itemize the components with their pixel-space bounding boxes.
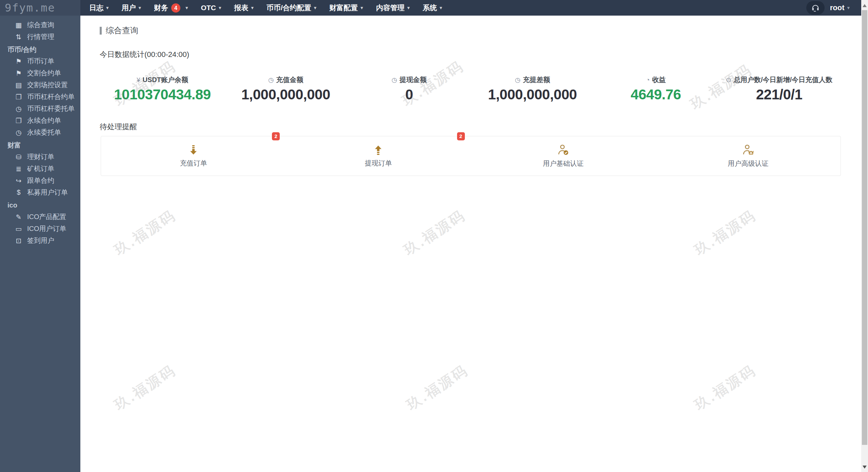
sidebar-section-ico: ico (0, 199, 80, 211)
watermark: 玖.福源码 (691, 206, 760, 259)
sidebar-item-delivery-control[interactable]: ▤ 交割场控设置 (0, 79, 80, 91)
nav-item-contract-config[interactable]: 币币/合约配置 ▾ (267, 3, 316, 13)
stat-usdt-balance: ¥USDT账户余额 1010370434.89 (101, 75, 224, 103)
sidebar-item-ico-orders[interactable]: ▭ ICO用户订单 (0, 223, 80, 235)
nav-item-system[interactable]: 系统 ▾ (422, 3, 442, 13)
chevron-down-icon: ▾ (251, 5, 254, 11)
sidebar-item-private-orders[interactable]: $ 私募用户订单 (0, 186, 80, 198)
sidebar-item-spot-orders[interactable]: ⚑ 币币订单 (0, 55, 80, 67)
nav-item-users[interactable]: 用户 ▾ (122, 3, 141, 13)
vertical-scrollbar[interactable] (861, 0, 868, 472)
nav-label: 财富配置 (329, 3, 358, 13)
sidebar-item-label: 币币杠杆委托单 (27, 104, 75, 113)
sidebar-item-market-mgmt[interactable]: ⇅ 行情管理 (0, 31, 80, 43)
chevron-down-icon: ▾ (360, 5, 363, 11)
stat-label: 提现金额 (399, 76, 427, 83)
stat-label: 充值金额 (276, 76, 303, 83)
sidebar-item-label: 签到用户 (27, 236, 54, 245)
sidebar-item-label: 矿机订单 (27, 164, 54, 173)
stat-value: 4649.76 (594, 86, 717, 103)
sidebar-item-copy-trading[interactable]: ↪ 跟单合约 (0, 175, 80, 186)
stat-label: USDT账户余额 (142, 76, 188, 83)
watermark: 玖.福源码 (111, 361, 179, 414)
withdraw-count-badge: 2 (457, 132, 465, 140)
sidebar-item-label: ICO产品配置 (27, 212, 66, 221)
scrollbar-thumb[interactable] (862, 10, 867, 445)
chevron-down-icon: ▾ (847, 5, 850, 11)
sidebar-item-signin-users[interactable]: ⊡ 签到用户 (0, 235, 80, 247)
pending-item-user-basic-verify[interactable]: 用户基础认证 (471, 136, 656, 176)
user-name: root (830, 3, 845, 12)
chevron-down-icon: ▾ (219, 5, 221, 11)
sidebar-item-delivery-contracts[interactable]: ⚑ 交割合约单 (0, 67, 80, 79)
pending-item-label: 用户基础认证 (543, 159, 584, 168)
sidebar-item-label: 币币订单 (27, 57, 54, 66)
stat-deposit-amount: ◷充值金额 1,000,000,000 (224, 75, 348, 103)
copy-icon: ❐ (14, 93, 24, 101)
nav-label: OTC (201, 4, 216, 12)
sidebar-item-perpetual-entrust[interactable]: ◷ 永续委托单 (0, 126, 80, 138)
sidebar-item-label: 综合查询 (27, 20, 54, 29)
sidebar-item-label: 私募用户订单 (27, 188, 68, 197)
sidebar-item-label: 交割合约单 (27, 68, 61, 78)
stats-row: ¥USDT账户余额 1010370434.89 ◷充值金额 1,000,000,… (80, 75, 861, 103)
bookmark-icon: ⚑ (14, 57, 24, 65)
dollar-icon: $ (14, 189, 24, 196)
nav-item-content-mgmt[interactable]: 内容管理 ▾ (376, 3, 410, 13)
follow-icon: ↪ (14, 177, 24, 185)
sidebar-item-margin-contracts[interactable]: ❐ 币币杠杆合约单 (0, 91, 80, 103)
copy-icon: ❐ (14, 117, 24, 125)
file-clock-icon: ◷ (14, 129, 24, 137)
nav-label: 财务 (154, 3, 168, 13)
pending-item-user-advanced-verify[interactable]: 用户高级认证 (656, 136, 841, 176)
stat-label: 总用户数/今日新增/今日充值人数 (734, 76, 832, 83)
nav-label: 日志 (89, 3, 103, 13)
logo-box: 9fym.me (0, 0, 80, 16)
watermark: 玖.福源码 (111, 206, 179, 259)
nav-label: 报表 (234, 3, 248, 13)
app-logo[interactable]: 9fym.me (5, 1, 55, 14)
chevron-down-icon: ▾ (185, 5, 188, 11)
users-icon: ⊙ (726, 76, 731, 83)
nav-item-reports[interactable]: 报表 ▾ (234, 3, 254, 13)
withdraw-arrow-icon (373, 144, 384, 156)
scroll-down-arrow-icon[interactable] (863, 466, 867, 469)
sidebar-item-margin-entrust[interactable]: ◷ 币币杠杆委托单 (0, 103, 80, 115)
sidebar-item-ico-products[interactable]: ✎ ICO产品配置 (0, 211, 80, 223)
finance-count-badge: 4 (171, 3, 180, 13)
yuan-icon: ¥ (137, 76, 140, 83)
sidebar-item-wealth-orders[interactable]: ⛁ 理财订单 (0, 151, 80, 163)
stat-user-counts: ⊙总用户数/今日新增/今日充值人数 221/0/1 (717, 75, 841, 103)
nav-label: 用户 (122, 3, 136, 13)
pending-item-withdraw-orders[interactable]: 2 提现订单 (286, 136, 471, 176)
stat-label: 充提差额 (523, 76, 550, 83)
pending-item-label: 提现订单 (365, 159, 392, 168)
sidebar-section-wealth: 财富 (0, 139, 80, 151)
stat-label: 收益 (652, 76, 666, 83)
today-stats-heading: 今日数据统计(00:00-24:00) (100, 50, 861, 60)
pending-item-deposit-orders[interactable]: 2 充值订单 (101, 136, 286, 176)
title-accent-bar (100, 27, 102, 35)
sidebar-item-miner-orders[interactable]: ≣ 矿机订单 (0, 163, 80, 175)
sidebar-item-label: 币币杠杆合约单 (27, 92, 75, 101)
nav-item-otc[interactable]: OTC ▾ (201, 4, 221, 12)
chevron-down-icon: ▾ (139, 5, 141, 11)
nav-item-finance[interactable]: 财务 4 ▾ (154, 3, 188, 13)
file-clock-icon: ◷ (515, 76, 521, 83)
sidebar-item-perpetual-contracts[interactable]: ❐ 永续合约单 (0, 115, 80, 126)
user-dropdown[interactable]: root ▾ (830, 3, 850, 12)
layers-icon: ≣ (14, 165, 24, 173)
sidebar-item-overview[interactable]: ▦ 综合查询 (0, 19, 80, 31)
stat-value: 1,000,000,000 (224, 86, 348, 103)
clipboard-icon: ▤ (14, 81, 24, 89)
scroll-up-arrow-icon[interactable] (863, 4, 867, 7)
support-button[interactable] (806, 1, 825, 15)
nav-item-wealth-config[interactable]: 财富配置 ▾ (329, 3, 363, 13)
pending-reminders-card: 2 充值订单 2 提现订单 (101, 136, 841, 176)
page-title: 综合查询 (100, 25, 861, 36)
stat-value: 1,000,000,000 (471, 86, 594, 103)
nav-item-logs[interactable]: 日志 ▾ (89, 3, 109, 13)
nav-label: 内容管理 (376, 3, 405, 13)
stat-value: 1010370434.89 (101, 86, 224, 103)
monitor-icon: ▭ (14, 225, 24, 233)
